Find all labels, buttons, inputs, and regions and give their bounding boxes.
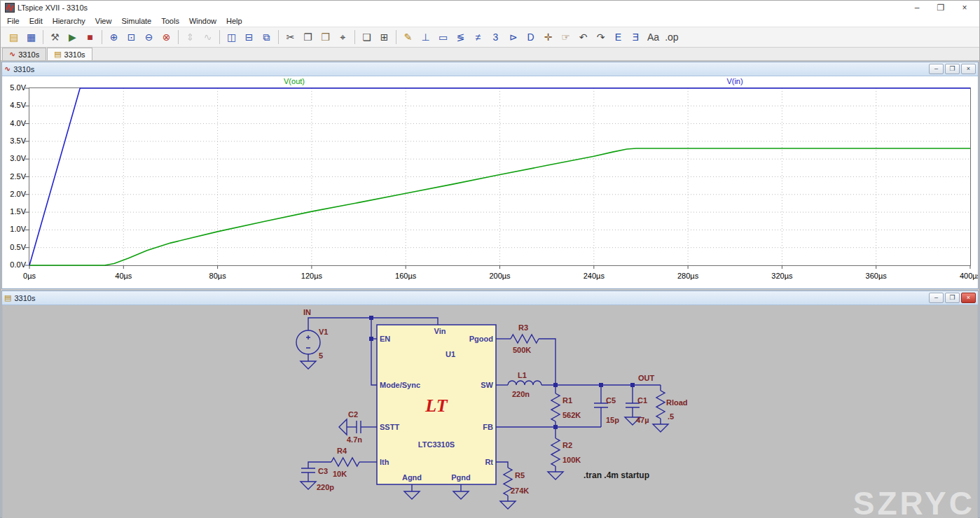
trace-label-V(out)[interactable]: V(out) <box>284 77 305 85</box>
app-minimize-button[interactable]: – <box>905 3 929 13</box>
menubar: FileEditHierarchyViewSimulateToolsWindow… <box>1 15 979 27</box>
r4-ref: R4 <box>337 447 347 455</box>
x-tick-label: 400µs <box>960 272 978 280</box>
r2-ref: R2 <box>563 441 572 449</box>
toolbar-copy-button[interactable]: ❐ <box>300 29 316 46</box>
toolbar-tile-vertically-button[interactable]: ◫ <box>223 29 240 46</box>
toolbar-cascade-windows-button[interactable]: ⧉ <box>258 29 275 46</box>
r2-symbol[interactable] <box>551 438 560 466</box>
toolbar-drag-button[interactable]: ☞ <box>558 29 574 46</box>
toolbar-print-button[interactable]: ❏ <box>359 29 375 46</box>
tab-label: 3310s <box>18 50 39 59</box>
rload-symbol[interactable] <box>656 391 665 419</box>
toolbar-undo-button[interactable]: ↶ <box>575 29 591 46</box>
toolbar-draw-wire-button[interactable]: ✎ <box>400 29 416 46</box>
toolbar-place-net-label-button[interactable]: ▭ <box>435 29 451 46</box>
schematic-minimize-button[interactable]: – <box>929 293 944 303</box>
tab-schematic[interactable]: ▤3310s <box>47 48 92 60</box>
menu-view[interactable]: View <box>90 16 117 26</box>
toolbar-run-button[interactable]: ▶ <box>64 29 81 46</box>
menu-hierarchy[interactable]: Hierarchy <box>48 16 90 26</box>
trace-label-V(in)[interactable]: V(in) <box>726 77 743 85</box>
tab-waveform[interactable]: ∿3310s <box>2 48 46 60</box>
toolbar-zoom-full-extents-button[interactable]: ⊗ <box>158 29 174 46</box>
menu-window[interactable]: Window <box>184 16 221 26</box>
v1-ref: V1 <box>319 328 328 336</box>
r4-value: 10K <box>333 470 347 478</box>
r3-symbol[interactable] <box>511 335 539 343</box>
v1-source-symbol[interactable] <box>296 330 320 354</box>
toolbar-place-capacitor-button[interactable]: ≠ <box>470 29 486 46</box>
trace-V(out)[interactable] <box>29 148 970 265</box>
waveform-close-button[interactable]: × <box>961 64 976 74</box>
toolbar-halt-button[interactable]: ■ <box>82 29 98 46</box>
toolbar-find-button[interactable]: ⌖ <box>335 29 351 46</box>
c2-symbol[interactable] <box>357 421 361 433</box>
menu-help[interactable]: Help <box>221 16 247 26</box>
toolbar-cut-button[interactable]: ✂ <box>282 29 298 46</box>
toolbar-separator <box>396 30 396 44</box>
app-maximize-button[interactable]: ❐ <box>929 3 953 13</box>
ground-symbol-left <box>339 419 347 435</box>
app-titlebar: LTspice XVII - 3310s – ❐ × <box>1 1 979 15</box>
schematic-canvas[interactable]: IN V1 5 Vin EN Pgood U1 Mode/Sync SW LT … <box>2 305 978 518</box>
schematic-window-titlebar[interactable]: ▤ 3310s – ❐ × <box>2 291 978 305</box>
toolbar-mirror-button[interactable]: Ǝ <box>628 29 644 46</box>
window-controls: – ❐ × <box>905 3 976 13</box>
waveform-window-titlebar[interactable]: ∿ 3310s – ❐ × <box>2 62 978 76</box>
menu-simulate[interactable]: Simulate <box>116 16 156 26</box>
toolbar-spice-directive-button[interactable]: .op <box>663 29 680 46</box>
r5-ref: R5 <box>515 471 525 479</box>
toolbar-place-ground-button[interactable]: ⊥ <box>417 29 434 46</box>
toolbar-rotate-button[interactable]: E <box>610 29 626 46</box>
l1-symbol[interactable] <box>508 381 541 385</box>
menu-file[interactable]: File <box>2 16 25 26</box>
pin-ith: Ith <box>380 458 389 466</box>
y-tick-label: 4.0V <box>2 119 26 127</box>
schematic-close-button[interactable]: × <box>961 293 976 303</box>
toolbar-zoom-window-button[interactable]: ⊡ <box>123 29 139 46</box>
trace-labels-row: V(out)V(in) <box>29 77 970 87</box>
toolbar-place-resistor-button[interactable]: ≶ <box>453 29 469 46</box>
r4-symbol[interactable] <box>331 458 359 466</box>
lt-logo: LT <box>425 396 448 416</box>
waveform-window-title: 3310s <box>13 65 34 74</box>
waveform-minimize-button[interactable]: – <box>929 64 944 74</box>
toolbar-save-button[interactable]: ▦ <box>23 29 39 46</box>
toolbar-separator <box>43 30 43 44</box>
toolbar-redo-button[interactable]: ↷ <box>593 29 609 46</box>
toolbar-place-text-button[interactable]: Aa <box>645 29 661 46</box>
menu-edit[interactable]: Edit <box>25 16 48 26</box>
waveform-window-icon: ∿ <box>4 64 11 74</box>
waveform-restore-button[interactable]: ❐ <box>945 64 960 74</box>
toolbar-print-preview-button[interactable]: ⊞ <box>376 29 392 46</box>
toolbar-open-button[interactable]: ▤ <box>6 29 22 46</box>
c3-symbol[interactable] <box>301 468 315 472</box>
toolbar-paste-button[interactable]: ❒ <box>317 29 333 46</box>
r1-symbol[interactable] <box>551 393 560 421</box>
toolbar-control-panel-button[interactable]: ⚒ <box>47 29 63 46</box>
y-tick-label: 2.5V <box>2 172 26 181</box>
toolbar-separator <box>102 30 102 44</box>
r1-ref: R1 <box>563 396 572 405</box>
waveform-plot[interactable] <box>25 88 972 271</box>
schematic-restore-button[interactable]: ❐ <box>945 293 960 303</box>
schematic-window-buttons: – ❐ × <box>929 293 976 303</box>
spice-directive-text[interactable]: .tran .4m startup <box>584 470 649 480</box>
toolbar-place-diode-button[interactable]: ⊳ <box>505 29 521 46</box>
menu-tools[interactable]: Tools <box>156 16 184 26</box>
trace-V(in)[interactable] <box>29 88 970 265</box>
pin-mode-sync: Mode/Sync <box>380 381 420 389</box>
toolbar-move-button[interactable]: ✛ <box>540 29 556 46</box>
app-close-button[interactable]: × <box>953 3 976 13</box>
waveform-plot-area[interactable]: V(out)V(in) 0.0V0.5V1.0V1.5V2.0V2.5V3.0V… <box>2 76 978 288</box>
y-tick-label: 0.5V <box>2 243 26 251</box>
toolbar-place-inductor-button[interactable]: 3 <box>488 29 504 46</box>
toolbar-place-component-button[interactable]: D <box>523 29 539 46</box>
toolbar-zoom-in-button[interactable]: ⊕ <box>106 29 122 46</box>
toolbar-zoom-out-button[interactable]: ⊖ <box>141 29 157 46</box>
ground-symbol <box>500 501 516 509</box>
toolbar-tile-horizontally-button[interactable]: ⊟ <box>241 29 257 46</box>
r3-value: 500K <box>513 346 531 354</box>
net-label-in: IN <box>303 308 311 316</box>
